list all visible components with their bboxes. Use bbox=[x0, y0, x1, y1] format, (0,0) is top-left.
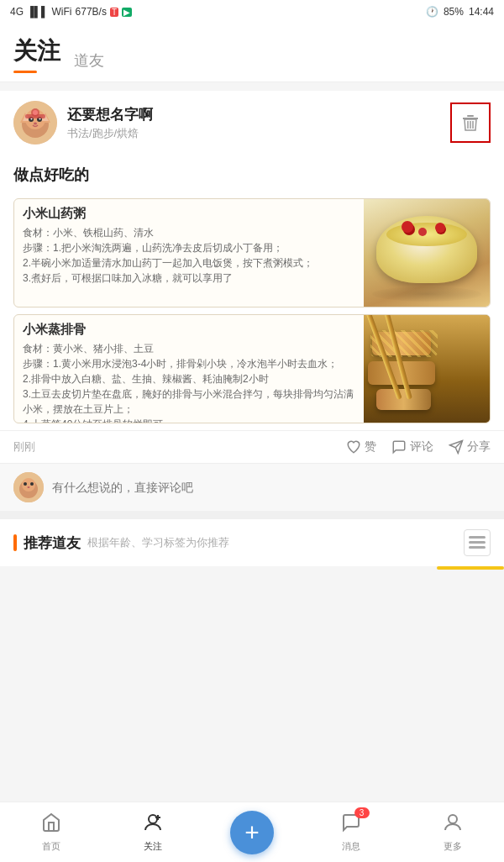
like-button[interactable]: 赞 bbox=[346, 439, 376, 455]
recipe-text-2: 小米蒸排骨 食材：黄小米、猪小排、土豆 步骤：1.黄小米用水浸泡3-4小时，排骨… bbox=[14, 315, 364, 423]
clock-icon: 🕐 bbox=[426, 6, 438, 18]
svg-point-25 bbox=[24, 482, 27, 486]
recommend-header: 推荐道友 根据年龄、学习标签为你推荐 bbox=[0, 519, 504, 566]
signal-icon: 4G bbox=[10, 6, 24, 18]
user-name[interactable]: 还要想名字啊 bbox=[67, 105, 153, 124]
user-text: 还要想名字啊 书法/跑步/烘焙 bbox=[67, 105, 153, 141]
nav-home-label: 首页 bbox=[42, 840, 60, 853]
user-card: 还要想名字啊 书法/跑步/烘焙 bbox=[0, 91, 504, 155]
avatar[interactable] bbox=[13, 101, 57, 145]
nav-follow-label: 关注 bbox=[144, 840, 162, 853]
comment-area bbox=[0, 463, 504, 511]
nav-message-label: 消息 bbox=[342, 840, 360, 853]
svg-point-11 bbox=[34, 123, 37, 125]
user-info: 还要想名字啊 书法/跑步/烘焙 bbox=[13, 101, 153, 145]
svg-rect-16 bbox=[467, 115, 474, 117]
nav-add-button[interactable]: + bbox=[230, 811, 274, 854]
avatar-svg bbox=[13, 101, 57, 145]
svg-rect-28 bbox=[469, 536, 486, 539]
heart-icon bbox=[346, 439, 361, 455]
svg-point-27 bbox=[28, 486, 30, 488]
profile-icon bbox=[443, 812, 463, 838]
nav-follow[interactable]: 关注 bbox=[128, 812, 178, 853]
comment-avatar bbox=[13, 472, 44, 502]
wifi-icon: WiFi bbox=[52, 6, 72, 18]
recommend-title: 推荐道友 bbox=[24, 533, 81, 553]
svg-point-26 bbox=[30, 482, 34, 486]
post-title[interactable]: 做点好吃的 bbox=[0, 155, 504, 192]
svg-rect-30 bbox=[469, 546, 486, 549]
header: 关注 道友 bbox=[0, 24, 504, 82]
t-icon: T bbox=[110, 8, 118, 17]
delete-button[interactable] bbox=[450, 102, 491, 143]
scroll-indicator bbox=[0, 566, 504, 570]
recipe-desc-1: 食材：小米、铁棍山药、清水 步骤：1.把小米淘洗两遍，山药洗净去皮后切成小丁备用… bbox=[23, 225, 355, 286]
play-icon: ▶ bbox=[122, 8, 132, 17]
nav-home[interactable]: 首页 bbox=[26, 812, 76, 853]
post-time: 刚刚 bbox=[13, 439, 331, 455]
nav-more-label: 更多 bbox=[444, 840, 462, 853]
recipe-text-1: 小米山药粥 食材：小米、铁棍山药、清水 步骤：1.把小米淘洗两遍，山药洗净去皮后… bbox=[14, 199, 364, 307]
svg-point-14 bbox=[33, 110, 38, 115]
recipe-name-2: 小米蒸排骨 bbox=[23, 322, 355, 338]
comment-input[interactable] bbox=[52, 481, 491, 494]
bottom-nav: 首页 关注 + 3 消息 bbox=[0, 802, 504, 862]
header-tab-active[interactable]: 关注 bbox=[13, 35, 60, 73]
nav-message[interactable]: 3 消息 bbox=[326, 812, 376, 853]
svg-point-34 bbox=[449, 815, 457, 823]
status-bar: 4G ▐▌▌ WiFi 677B/s T ▶ 🕐 85% 14:44 bbox=[0, 0, 504, 24]
share-button[interactable]: 分享 bbox=[449, 439, 491, 455]
message-badge: 3 bbox=[354, 807, 370, 818]
scroll-thumb bbox=[437, 566, 504, 570]
status-right: 🕐 85% 14:44 bbox=[426, 6, 494, 18]
recommend-subtitle: 根据年龄、学习标签为你推荐 bbox=[87, 535, 457, 550]
time-display: 14:44 bbox=[469, 6, 494, 18]
recipe-item-2[interactable]: 小米蒸排骨 食材：黄小米、猪小排、土豆 步骤：1.黄小米用水浸泡3-4小时，排骨… bbox=[13, 314, 491, 423]
post-card: 做点好吃的 小米山药粥 食材：小米、铁棍山药、清水 步骤：1.把小米淘洗两遍，山… bbox=[0, 155, 504, 511]
recommend-bar-accent bbox=[13, 534, 17, 551]
user-tags: 书法/跑步/烘焙 bbox=[67, 126, 153, 141]
header-tab-inactive[interactable]: 道友 bbox=[74, 50, 104, 73]
svg-rect-29 bbox=[469, 541, 486, 544]
message-icon bbox=[341, 816, 361, 837]
add-icon: + bbox=[244, 820, 260, 845]
recipe-img-2 bbox=[364, 315, 490, 423]
recommend-list-icon[interactable] bbox=[464, 529, 491, 556]
recipe-item-1[interactable]: 小米山药粥 食材：小米、铁棍山药、清水 步骤：1.把小米淘洗两遍，山药洗净去皮后… bbox=[13, 198, 491, 307]
comment-button[interactable]: 评论 bbox=[391, 439, 433, 455]
recipe-img-1 bbox=[364, 199, 490, 307]
home-icon bbox=[41, 812, 61, 838]
share-icon bbox=[449, 439, 464, 455]
follow-icon bbox=[143, 812, 163, 838]
recipe-desc-2: 食材：黄小米、猪小排、土豆 步骤：1.黄小米用水浸泡3-4小时，排骨剁小块，冷水… bbox=[23, 341, 355, 423]
post-actions: 刚刚 赞 评论 分享 bbox=[0, 430, 504, 463]
status-left: 4G ▐▌▌ WiFi 677B/s T ▶ bbox=[10, 6, 132, 18]
battery-text: 85% bbox=[444, 6, 464, 18]
list-icon bbox=[469, 536, 486, 549]
recipe-name-1: 小米山药粥 bbox=[23, 206, 355, 222]
nav-more[interactable]: 更多 bbox=[428, 812, 478, 853]
signal-bars: ▐▌▌ bbox=[27, 6, 49, 18]
section-separator bbox=[0, 511, 504, 519]
active-underline bbox=[13, 71, 37, 73]
speed-text: 677B/s bbox=[76, 6, 107, 18]
svg-point-31 bbox=[149, 815, 157, 823]
trash-icon bbox=[460, 113, 480, 133]
message-badge-container: 3 bbox=[341, 812, 361, 838]
comment-icon bbox=[391, 439, 407, 455]
feed-area: 还要想名字啊 书法/跑步/烘焙 做点好吃的 小米山药粥 食材：小米、铁棍山药、清… bbox=[0, 82, 504, 578]
